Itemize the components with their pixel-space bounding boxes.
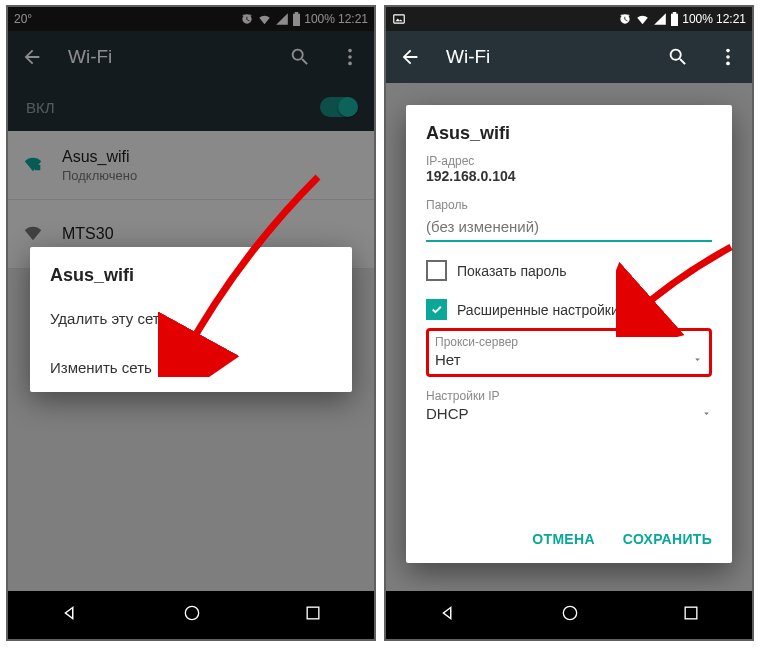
proxy-value: Нет <box>435 351 461 368</box>
battery-pct: 100% <box>682 12 713 26</box>
password-label: Пароль <box>426 198 712 212</box>
nav-back-button[interactable] <box>59 602 81 628</box>
show-password-row[interactable]: Показать пароль <box>426 260 712 281</box>
phone-right: 100% 12:21 Wi-Fi Asus_wifi IP-адрес 192.… <box>384 5 754 641</box>
nav-bar <box>8 591 374 639</box>
edit-network-dialog: Asus_wifi IP-адрес 192.168.0.104 Пароль … <box>406 105 732 563</box>
svg-point-12 <box>563 606 576 619</box>
svg-rect-6 <box>307 607 319 619</box>
svg-point-5 <box>185 606 198 619</box>
svg-rect-13 <box>685 607 697 619</box>
advanced-row[interactable]: Расширенные настройки <box>426 299 712 320</box>
ip-settings-label: Настройки IP <box>426 389 712 403</box>
ip-settings-value: DHCP <box>426 405 469 422</box>
ip-value: 192.168.0.104 <box>426 168 712 184</box>
chevron-down-icon <box>701 405 712 422</box>
svg-point-8 <box>726 49 730 53</box>
advanced-checkbox[interactable] <box>426 299 447 320</box>
search-button[interactable] <box>664 43 692 71</box>
phone-left: 20° 100% 12:21 Wi-Fi <box>6 5 376 641</box>
screenshot-icon <box>392 12 406 26</box>
proxy-label: Прокси-сервер <box>435 335 703 349</box>
nav-recent-button[interactable] <box>681 603 701 627</box>
show-password-checkbox[interactable] <box>426 260 447 281</box>
advanced-label: Расширенные настройки <box>457 302 619 318</box>
context-menu-title: Asus_wifi <box>30 247 352 294</box>
status-bar: 100% 12:21 <box>386 7 752 31</box>
cancel-button[interactable]: ОТМЕНА <box>532 531 594 547</box>
wifi-icon <box>635 12 650 26</box>
nav-bar <box>386 591 752 639</box>
app-bar: Wi-Fi <box>386 31 752 83</box>
svg-point-9 <box>726 55 730 59</box>
show-password-label: Показать пароль <box>457 263 567 279</box>
network-context-menu: Asus_wifi Удалить эту сеть Изменить сеть <box>30 247 352 392</box>
alarm-icon <box>618 12 632 26</box>
ip-label: IP-адрес <box>426 154 712 168</box>
password-input[interactable] <box>426 212 712 242</box>
overflow-menu-button[interactable] <box>714 43 742 71</box>
nav-home-button[interactable] <box>560 603 580 627</box>
nav-back-button[interactable] <box>437 602 459 628</box>
page-title: Wi-Fi <box>446 46 642 68</box>
svg-rect-7 <box>394 15 405 23</box>
proxy-dropdown[interactable]: Прокси-сервер Нет <box>435 335 703 368</box>
clock: 12:21 <box>716 12 746 26</box>
nav-home-button[interactable] <box>182 603 202 627</box>
forget-network-item[interactable]: Удалить эту сеть <box>30 294 352 343</box>
chevron-down-icon <box>692 351 703 368</box>
dialog-title: Asus_wifi <box>426 123 712 144</box>
nav-recent-button[interactable] <box>303 603 323 627</box>
svg-point-10 <box>726 62 730 66</box>
ip-settings-dropdown[interactable]: Настройки IP DHCP <box>426 389 712 422</box>
battery-icon <box>670 12 679 26</box>
proxy-highlight-box: Прокси-сервер Нет <box>426 328 712 377</box>
save-button[interactable]: СОХРАНИТЬ <box>623 531 712 547</box>
back-button[interactable] <box>396 43 424 71</box>
signal-icon <box>653 12 667 26</box>
modify-network-item[interactable]: Изменить сеть <box>30 343 352 392</box>
